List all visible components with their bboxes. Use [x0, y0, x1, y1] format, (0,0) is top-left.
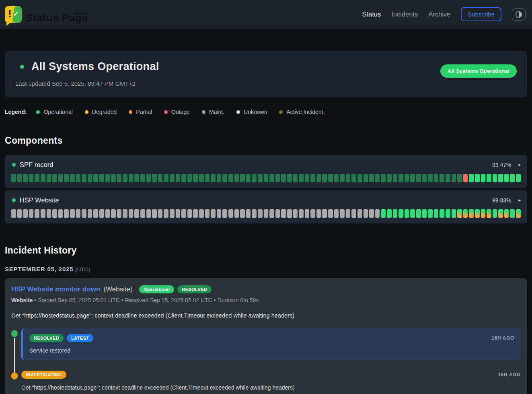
uptime-bar-muted[interactable]	[410, 174, 415, 182]
uptime-bar-nodata[interactable]	[158, 209, 163, 218]
uptime-bar-nodata[interactable]	[82, 209, 86, 218]
uptime-bar-nodata[interactable]	[316, 209, 321, 218]
uptime-bar-up[interactable]	[498, 174, 503, 182]
nav-link-incidents[interactable]: Incidents	[391, 10, 418, 18]
uptime-bar-mixed[interactable]	[475, 209, 480, 218]
uptime-bar-muted[interactable]	[252, 174, 257, 182]
uptime-bar-nodata[interactable]	[364, 209, 368, 218]
uptime-bar-muted[interactable]	[299, 174, 304, 182]
uptime-bar-nodata[interactable]	[328, 209, 333, 218]
uptime-bar-up[interactable]	[510, 209, 515, 218]
uptime-bar-nodata[interactable]	[205, 209, 210, 218]
uptime-bar-muted[interactable]	[269, 174, 274, 182]
nav-link-archive[interactable]: Archive	[428, 10, 450, 18]
uptime-bar-nodata[interactable]	[88, 209, 92, 218]
uptime-bar-muted[interactable]	[405, 174, 409, 182]
uptime-bar-mixed[interactable]	[498, 209, 503, 218]
uptime-bar-muted[interactable]	[199, 174, 204, 182]
uptime-bar-muted[interactable]	[275, 174, 280, 182]
uptime-bar-muted[interactable]	[41, 174, 45, 182]
uptime-bar-muted[interactable]	[35, 174, 39, 182]
uptime-bar-nodata[interactable]	[305, 209, 310, 218]
uptime-bar-muted[interactable]	[340, 174, 345, 182]
uptime-bar-nodata[interactable]	[334, 209, 339, 218]
uptime-bar-nodata[interactable]	[23, 209, 28, 218]
incident-title-link[interactable]: HSP Website monitor down	[11, 285, 100, 293]
uptime-bar-muted[interactable]	[364, 174, 368, 182]
uptime-bar-muted[interactable]	[211, 174, 216, 182]
uptime-bar-nodata[interactable]	[234, 209, 239, 218]
uptime-bar-mixed[interactable]	[516, 209, 521, 218]
uptime-bar-nodata[interactable]	[310, 209, 315, 218]
uptime-bar-muted[interactable]	[310, 174, 315, 182]
uptime-bar-up[interactable]	[493, 174, 497, 182]
uptime-bar-nodata[interactable]	[269, 209, 274, 218]
uptime-bar-up[interactable]	[422, 209, 427, 218]
uptime-bar-mixed[interactable]	[457, 209, 462, 218]
uptime-bar-nodata[interactable]	[322, 209, 327, 218]
uptime-bar-nodata[interactable]	[29, 209, 34, 218]
uptime-bar-muted[interactable]	[322, 174, 327, 182]
uptime-bar-nodata[interactable]	[264, 209, 269, 218]
uptime-bar-muted[interactable]	[457, 174, 462, 182]
uptime-bar-nodata[interactable]	[340, 209, 345, 218]
uptime-bar-muted[interactable]	[158, 174, 163, 182]
uptime-bar-muted[interactable]	[281, 174, 286, 182]
uptime-bar-nodata[interactable]	[52, 209, 57, 218]
uptime-bar-muted[interactable]	[393, 174, 398, 182]
uptime-bar-nodata[interactable]	[176, 209, 181, 218]
uptime-bar-up[interactable]	[434, 209, 439, 218]
uptime-bar-up[interactable]	[475, 174, 480, 182]
uptime-bar-up[interactable]	[398, 209, 403, 218]
uptime-bar-nodata[interactable]	[217, 209, 222, 218]
uptime-bar-nodata[interactable]	[181, 209, 186, 218]
uptime-bar-muted[interactable]	[316, 174, 321, 182]
uptime-bar-nodata[interactable]	[193, 209, 198, 218]
uptime-bar-muted[interactable]	[446, 174, 450, 182]
uptime-bar-nodata[interactable]	[58, 209, 63, 218]
uptime-bar-up[interactable]	[428, 209, 433, 218]
uptime-bar-muted[interactable]	[76, 174, 81, 182]
uptime-bar-muted[interactable]	[264, 174, 269, 182]
uptime-bar-nodata[interactable]	[11, 209, 16, 218]
uptime-bar-mixed[interactable]	[504, 209, 509, 218]
uptime-bar-mixed[interactable]	[487, 209, 491, 218]
uptime-bar-up[interactable]	[393, 209, 398, 218]
uptime-bar-muted[interactable]	[93, 174, 98, 182]
uptime-bar-nodata[interactable]	[299, 209, 304, 218]
uptime-bar-down[interactable]	[463, 174, 468, 182]
uptime-bar-nodata[interactable]	[17, 209, 22, 218]
uptime-bar-muted[interactable]	[70, 174, 75, 182]
uptime-bar-muted[interactable]	[152, 174, 157, 182]
uptime-bar-mixed[interactable]	[463, 209, 468, 218]
uptime-bar-up[interactable]	[516, 174, 521, 182]
uptime-bar-up[interactable]	[381, 209, 386, 218]
uptime-bar-nodata[interactable]	[275, 209, 280, 218]
uptime-bar-nodata[interactable]	[357, 209, 362, 218]
uptime-bar-nodata[interactable]	[152, 209, 157, 218]
uptime-bar-nodata[interactable]	[105, 209, 110, 218]
uptime-bar-nodata[interactable]	[222, 209, 227, 218]
uptime-bar-nodata[interactable]	[76, 209, 81, 218]
uptime-bar-nodata[interactable]	[164, 209, 168, 218]
uptime-bar-muted[interactable]	[111, 174, 116, 182]
uptime-bar-muted[interactable]	[181, 174, 186, 182]
uptime-bar-muted[interactable]	[258, 174, 263, 182]
uptime-bar-nodata[interactable]	[129, 209, 134, 218]
uptime-bar-nodata[interactable]	[35, 209, 39, 218]
uptime-bar-up[interactable]	[416, 209, 421, 218]
uptime-bar-nodata[interactable]	[64, 209, 69, 218]
uptime-bar-muted[interactable]	[17, 174, 22, 182]
uptime-bar-up[interactable]	[405, 209, 409, 218]
uptime-bar-muted[interactable]	[47, 174, 51, 182]
uptime-bar-nodata[interactable]	[41, 209, 45, 218]
uptime-bar-nodata[interactable]	[246, 209, 251, 218]
uptime-bar-nodata[interactable]	[187, 209, 192, 218]
uptime-bar-muted[interactable]	[357, 174, 362, 182]
uptime-bar-muted[interactable]	[82, 174, 86, 182]
uptime-bar-muted[interactable]	[134, 174, 139, 182]
uptime-bar-muted[interactable]	[222, 174, 227, 182]
uptime-bar-muted[interactable]	[398, 174, 403, 182]
uptime-bar-mixed[interactable]	[481, 209, 486, 218]
uptime-bar-muted[interactable]	[52, 174, 57, 182]
